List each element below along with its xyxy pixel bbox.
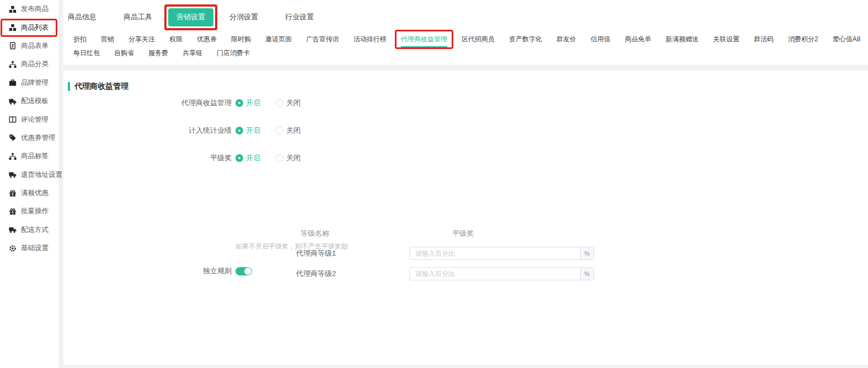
content-panel: 代理商收益管理 代理商收益管理开启关闭计入统计业绩开启关闭平级奖开启关闭 如果不… bbox=[63, 71, 868, 365]
briefcase-icon bbox=[9, 79, 17, 86]
tab-secondary-0[interactable]: 折扣 bbox=[73, 31, 87, 47]
tab-label: 权限 bbox=[169, 35, 183, 43]
radio-unselected-icon[interactable] bbox=[276, 154, 283, 162]
radio-option-关闭[interactable]: 关闭 bbox=[276, 126, 301, 136]
screen: 发布商品商品列表商品表单商品分类品牌管理配送模板评论管理优惠券管理商品标签退货地… bbox=[0, 0, 868, 368]
tab-label: 门店消费卡 bbox=[217, 49, 250, 57]
tab-tertiary-1[interactable]: 自购省 bbox=[114, 48, 134, 58]
tab-secondary-11[interactable]: 资产数字化 bbox=[509, 31, 542, 47]
section-title-bar bbox=[68, 82, 70, 91]
radio-option-关闭[interactable]: 关闭 bbox=[276, 153, 301, 163]
radio-selected-icon[interactable] bbox=[235, 127, 243, 134]
independent-rule-toggle[interactable] bbox=[235, 267, 252, 275]
tab-tertiary-0[interactable]: 每日红包 bbox=[73, 48, 100, 58]
sidebar-item-11[interactable]: 批量操作 bbox=[0, 202, 59, 220]
sidebar-item-label: 配送方式 bbox=[21, 225, 49, 235]
tab-label: 行业设置 bbox=[285, 13, 314, 21]
sidebar-item-9[interactable]: 退货地址设置 bbox=[0, 166, 59, 184]
tab-label: 商品信息 bbox=[68, 13, 97, 21]
sidebar-item-12[interactable]: 配送方式 bbox=[0, 221, 59, 239]
sidebar-item-0[interactable]: 发布商品 bbox=[0, 0, 59, 18]
sidebar-item-1[interactable]: 商品列表 bbox=[0, 18, 59, 36]
tab-secondary-3[interactable]: 权限 bbox=[169, 31, 183, 47]
tab-secondary-6[interactable]: 邀请页面 bbox=[265, 31, 292, 47]
gear-icon bbox=[9, 245, 17, 252]
radio-unselected-icon[interactable] bbox=[276, 99, 283, 107]
radio-group: 开启关闭 bbox=[235, 126, 301, 136]
sidebar-item-13[interactable]: 基础设置 bbox=[0, 239, 59, 257]
sidebar-item-4[interactable]: 品牌管理 bbox=[0, 74, 59, 92]
tab-label: 区代招商员 bbox=[462, 35, 495, 43]
sidebar-item-5[interactable]: 配送模板 bbox=[0, 92, 59, 110]
cubes-icon bbox=[9, 24, 17, 31]
tab-primary-2[interactable]: 营销设置 bbox=[168, 8, 213, 26]
radio-unselected-icon[interactable] bbox=[276, 127, 283, 134]
radio-option-关闭[interactable]: 关闭 bbox=[276, 98, 301, 108]
tab-tertiary-4[interactable]: 门店消费卡 bbox=[217, 48, 250, 58]
sidebar-item-label: 商品列表 bbox=[21, 23, 49, 33]
tab-secondary-18[interactable]: 消费积分2 bbox=[788, 31, 818, 47]
truck-icon bbox=[9, 226, 17, 234]
sidebar-item-label: 批量操作 bbox=[21, 207, 49, 216]
tab-primary-4[interactable]: 行业设置 bbox=[285, 12, 314, 22]
table-header-level-name: 等级名称 bbox=[301, 229, 329, 239]
section-title: 代理商收益管理 bbox=[68, 82, 128, 91]
tab-tertiary-2[interactable]: 服务费 bbox=[148, 48, 168, 58]
percent-input[interactable] bbox=[409, 267, 580, 280]
tab-primary-3[interactable]: 分润设置 bbox=[229, 12, 258, 22]
primary-tabs: 商品信息商品工具营销设置分润设置行业设置 bbox=[68, 7, 314, 27]
tab-secondary-16[interactable]: 关联设置 bbox=[713, 31, 740, 47]
tab-secondary-13[interactable]: 信用值 bbox=[591, 31, 610, 47]
tab-label: 爱心值A8 bbox=[833, 35, 861, 43]
tab-secondary-4[interactable]: 优惠券 bbox=[197, 31, 217, 47]
radio-option-开启[interactable]: 开启 bbox=[235, 153, 260, 163]
tertiary-tabs: 每日红包自购省服务费共享链门店消费卡 bbox=[73, 48, 250, 58]
radio-label: 开启 bbox=[246, 153, 260, 163]
secondary-tabs: 折扣营销分享关注权限优惠券限时购邀请页面广告宣传语活动排行榜代理商收益管理区代招… bbox=[73, 31, 868, 47]
tag-icon bbox=[9, 134, 17, 142]
tab-label: 服务费 bbox=[148, 49, 168, 57]
tab-label: 共享链 bbox=[183, 49, 202, 57]
sidebar-item-label: 商品标签 bbox=[21, 151, 49, 161]
percent-input[interactable] bbox=[409, 247, 580, 260]
tab-secondary-15[interactable]: 新满额赠送 bbox=[666, 31, 699, 47]
tab-secondary-5[interactable]: 限时购 bbox=[231, 31, 251, 47]
radio-label: 开启 bbox=[246, 98, 260, 108]
sidebar-item-10[interactable]: 满额优惠 bbox=[0, 184, 59, 202]
tab-secondary-17[interactable]: 群活码 bbox=[754, 31, 774, 47]
radio-label: 关闭 bbox=[286, 126, 301, 136]
tab-secondary-12[interactable]: 群友价 bbox=[556, 31, 576, 47]
tab-secondary-19[interactable]: 爱心值A8 bbox=[833, 31, 861, 47]
radio-label: 开启 bbox=[246, 126, 260, 136]
tab-label: 分润设置 bbox=[229, 13, 258, 21]
sidebar-item-label: 发布商品 bbox=[21, 4, 49, 14]
radio-selected-icon[interactable] bbox=[235, 154, 243, 162]
tab-secondary-7[interactable]: 广告宣传语 bbox=[306, 31, 339, 47]
tab-primary-0[interactable]: 商品信息 bbox=[68, 12, 97, 22]
sidebar-item-3[interactable]: 商品分类 bbox=[0, 55, 59, 73]
sidebar-item-6[interactable]: 评论管理 bbox=[0, 110, 59, 128]
truck-icon bbox=[9, 98, 17, 105]
tab-primary-1[interactable]: 商品工具 bbox=[124, 12, 152, 22]
sidebar-item-label: 优惠券管理 bbox=[21, 133, 56, 143]
radio-option-开启[interactable]: 开启 bbox=[235, 98, 260, 108]
tab-secondary-8[interactable]: 活动排行榜 bbox=[353, 31, 387, 47]
tab-secondary-10[interactable]: 区代招商员 bbox=[462, 31, 495, 47]
tab-tertiary-3[interactable]: 共享链 bbox=[183, 48, 202, 58]
toggle-label: 独立规则 bbox=[63, 266, 232, 276]
radio-option-开启[interactable]: 开启 bbox=[235, 126, 260, 136]
sidebar-item-label: 基础设置 bbox=[21, 243, 49, 253]
sidebar-item-label: 品牌管理 bbox=[21, 78, 49, 88]
sidebar-item-2[interactable]: 商品表单 bbox=[0, 37, 59, 55]
tab-secondary-2[interactable]: 分享关注 bbox=[128, 31, 155, 47]
form-row-1: 计入统计业绩开启关闭 bbox=[63, 125, 301, 136]
sidebar-item-7[interactable]: 优惠券管理 bbox=[0, 129, 59, 147]
radio-selected-icon[interactable] bbox=[235, 99, 243, 107]
sidebar-item-8[interactable]: 商品标签 bbox=[0, 147, 59, 165]
tab-label: 商品工具 bbox=[124, 13, 152, 21]
file-icon bbox=[9, 42, 17, 50]
tab-secondary-14[interactable]: 商品免单 bbox=[625, 31, 651, 47]
tab-secondary-9[interactable]: 代理商收益管理 bbox=[401, 31, 447, 47]
sidebar-item-label: 满额优惠 bbox=[21, 188, 49, 198]
tab-secondary-1[interactable]: 营销 bbox=[101, 31, 114, 47]
